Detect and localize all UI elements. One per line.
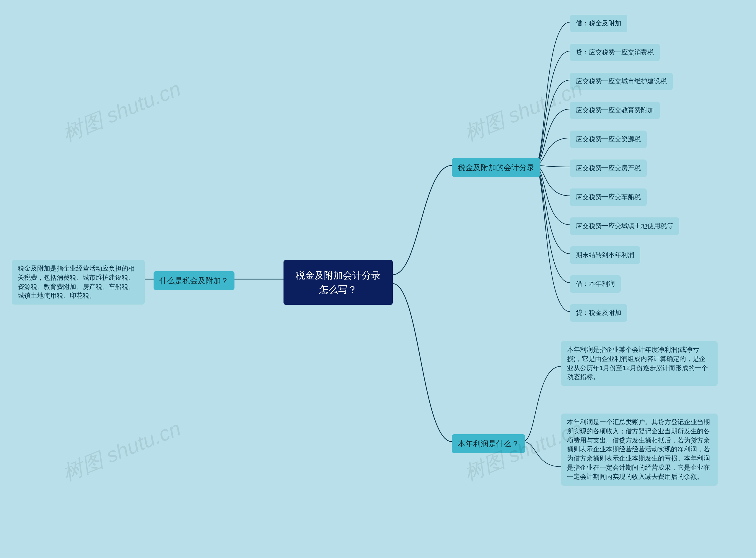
branch-what-is-tax[interactable]: 什么是税金及附加？ (154, 271, 234, 290)
leaf-entry-6[interactable]: 应交税费一应交车船税 (570, 188, 647, 206)
leaf-text: 本年利润是一个汇总类账户。其贷方登记企业当期所实现的各项收入；借方登记企业当期所… (567, 418, 710, 480)
leaf-text: 应交税费一应交教育费附加 (576, 106, 654, 114)
leaf-entry-10[interactable]: 贷：税金及附加 (570, 304, 627, 322)
leaf-entry-3[interactable]: 应交税费一应交教育费附加 (570, 102, 660, 119)
leaf-entry-0[interactable]: 借：税金及附加 (570, 15, 627, 32)
branch-entries[interactable]: 税金及附加的会计分录 (452, 158, 541, 177)
leaf-text: 贷：应交税费一应交消费税 (576, 48, 654, 56)
leaf-entry-1[interactable]: 贷：应交税费一应交消费税 (570, 44, 660, 61)
leaf-entry-4[interactable]: 应交税费一应交资源税 (570, 131, 647, 148)
leaf-text: 应交税费一应交房产税 (576, 164, 641, 172)
branch-label: 什么是税金及附加？ (159, 276, 229, 285)
leaf-text: 借：税金及附加 (576, 20, 621, 27)
leaf-text: 应交税费一应交城镇土地使用税等 (576, 222, 673, 230)
leaf-entry-7[interactable]: 应交税费一应交城镇土地使用税等 (570, 218, 679, 235)
leaf-text: 贷：税金及附加 (576, 309, 621, 316)
branch-label: 税金及附加的会计分录 (458, 163, 535, 172)
leaf-text: 税金及附加是指企业经营活动应负担的相关税费，包括消费税、城市维护建设税、资源税、… (18, 265, 135, 299)
watermark: 树图 shutu.cn (58, 75, 185, 148)
leaf-text: 应交税费一应交车船税 (576, 193, 641, 201)
leaf-entry-2[interactable]: 应交税费一应交城市维护建设税 (570, 73, 673, 90)
root-node[interactable]: 税金及附加会计分录怎么写？ (284, 260, 393, 305)
leaf-text: 期末结转到本年利润 (576, 251, 634, 258)
leaf-text: 应交税费一应交资源税 (576, 135, 641, 143)
leaf-entry-9[interactable]: 借：本年利润 (570, 275, 621, 293)
leaf-text: 借：本年利润 (576, 280, 615, 287)
leaf-text: 应交税费一应交城市维护建设税 (576, 77, 667, 85)
leaf-profit-1[interactable]: 本年利润是一个汇总类账户。其贷方登记企业当期所实现的各项收入；借方登记企业当期所… (561, 413, 718, 486)
branch-label: 本年利润是什么？ (458, 439, 519, 448)
branch-profit[interactable]: 本年利润是什么？ (452, 434, 525, 453)
watermark: 树图 shutu.cn (58, 415, 185, 487)
leaf-profit-0[interactable]: 本年利润是指企业某个会计年度净利润(或净亏损)，它是由企业利润组成内容计算确定的… (561, 341, 718, 386)
leaf-text: 本年利润是指企业某个会计年度净利润(或净亏损)，它是由企业利润组成内容计算确定的… (567, 346, 708, 380)
watermark: 树图 shutu.cn (460, 75, 586, 148)
root-label: 税金及附加会计分录怎么写？ (295, 270, 381, 295)
leaf-entry-8[interactable]: 期末结转到本年利润 (570, 246, 640, 264)
leaf-what-is-tax-desc[interactable]: 税金及附加是指企业经营活动应负担的相关税费，包括消费税、城市维护建设税、资源税、… (12, 260, 145, 305)
leaf-entry-5[interactable]: 应交税费一应交房产税 (570, 159, 647, 177)
